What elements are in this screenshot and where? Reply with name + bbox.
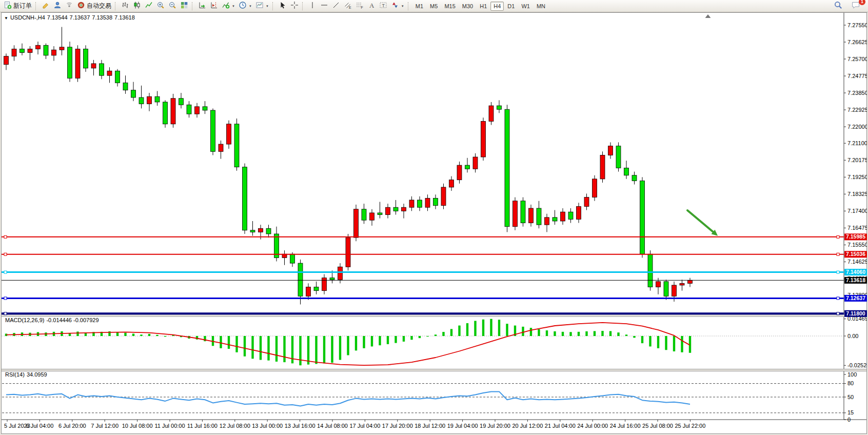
candle[interactable] — [433, 198, 438, 205]
timeframe-button-MN[interactable]: MN — [534, 2, 548, 11]
arrows-button[interactable]: ▼ — [389, 1, 406, 11]
candle[interactable] — [409, 200, 414, 207]
line-handle[interactable] — [837, 271, 839, 273]
trendline-button[interactable] — [330, 1, 342, 11]
text-label-button[interactable]: T — [378, 1, 389, 11]
equidistant-channel-button[interactable]: E — [342, 1, 353, 11]
candle[interactable] — [393, 207, 398, 211]
candle[interactable] — [608, 146, 613, 155]
candle[interactable] — [648, 254, 653, 287]
candle[interactable] — [203, 107, 207, 110]
candle[interactable] — [529, 208, 534, 223]
zoom-in-button[interactable] — [155, 1, 166, 11]
candle[interactable] — [505, 109, 509, 226]
signal-button[interactable] — [64, 1, 75, 11]
templates-button[interactable]: ▼ — [254, 1, 270, 11]
candle[interactable] — [20, 49, 25, 52]
candle[interactable] — [171, 98, 175, 124]
candle[interactable] — [584, 197, 589, 207]
candle[interactable] — [68, 47, 72, 78]
candle[interactable] — [163, 102, 168, 124]
timeframe-button-H4[interactable]: H4 — [490, 2, 504, 11]
quick-trade-toggle-icon[interactable]: ▼ — [4, 16, 8, 21]
candle[interactable] — [688, 280, 693, 283]
candle[interactable] — [306, 287, 311, 296]
candle[interactable] — [139, 97, 144, 104]
candle[interactable] — [44, 45, 48, 55]
crosshair-button[interactable] — [289, 1, 300, 11]
candle[interactable] — [155, 96, 160, 102]
bar-chart-button[interactable] — [120, 1, 131, 11]
candle[interactable] — [338, 267, 343, 280]
candle[interactable] — [91, 64, 96, 68]
line-handle[interactable] — [4, 253, 7, 255]
candle[interactable] — [568, 212, 573, 219]
candle[interactable] — [12, 49, 16, 56]
text-button[interactable]: A — [366, 1, 377, 11]
line-handle[interactable] — [4, 297, 7, 300]
line-handle[interactable] — [837, 253, 839, 255]
candle[interactable] — [195, 107, 200, 114]
candle[interactable] — [370, 213, 374, 220]
timeframe-button-M1[interactable]: M1 — [412, 2, 426, 11]
line-chart-button[interactable] — [143, 1, 154, 11]
timeframe-button-D1[interactable]: D1 — [504, 2, 518, 11]
candle[interactable] — [513, 201, 518, 227]
new-order-button[interactable]: 新订单 — [2, 1, 33, 11]
candle[interactable] — [553, 218, 557, 221]
indicators-button[interactable]: ▼ — [220, 1, 236, 11]
vertical-line-button[interactable] — [307, 1, 318, 11]
candle[interactable] — [354, 209, 359, 238]
tile-windows-button[interactable] — [179, 1, 190, 11]
candle[interactable] — [457, 165, 462, 180]
candle[interactable] — [545, 218, 549, 225]
candle[interactable] — [115, 71, 120, 83]
candle[interactable] — [314, 287, 319, 291]
candle[interactable] — [259, 228, 263, 232]
trader-button[interactable] — [52, 1, 63, 11]
candle[interactable] — [473, 157, 478, 169]
candle[interactable] — [593, 179, 597, 197]
timeframe-button-H1[interactable]: H1 — [477, 2, 490, 11]
line-handle[interactable] — [837, 297, 839, 300]
candle[interactable] — [211, 110, 215, 151]
candle[interactable] — [100, 64, 104, 75]
candle[interactable] — [561, 212, 565, 221]
candle[interactable] — [147, 96, 152, 104]
line-handle[interactable] — [4, 271, 7, 273]
time-axis[interactable]: 5 Jul 20236 Jul 04:006 Jul 20:007 Jul 12… — [4, 420, 705, 429]
candle[interactable] — [290, 254, 295, 263]
candle[interactable] — [346, 238, 350, 267]
candle[interactable] — [418, 200, 422, 207]
chart-shift-button[interactable] — [208, 1, 220, 11]
candle[interactable] — [28, 49, 32, 52]
candle[interactable] — [330, 278, 334, 280]
fibonacci-button[interactable]: F — [354, 1, 365, 11]
candle[interactable] — [465, 165, 470, 169]
candle[interactable] — [227, 124, 231, 144]
candle[interactable] — [298, 263, 303, 296]
candle[interactable] — [36, 45, 41, 49]
candle[interactable] — [656, 282, 661, 287]
candle[interactable] — [402, 207, 406, 211]
candle[interactable] — [219, 144, 223, 151]
arrow-annotation[interactable] — [687, 210, 718, 236]
cursor-button[interactable] — [277, 1, 288, 11]
candle[interactable] — [489, 106, 494, 121]
candle[interactable] — [250, 230, 255, 232]
candle[interactable] — [234, 124, 239, 167]
line-handle[interactable] — [837, 312, 839, 315]
candle[interactable] — [521, 201, 525, 223]
search-button[interactable] — [832, 1, 844, 11]
candlestick-series[interactable] — [4, 27, 693, 305]
candle[interactable] — [449, 180, 454, 187]
auto-scroll-button[interactable] — [196, 1, 208, 11]
candle[interactable] — [672, 285, 677, 296]
candle[interactable] — [497, 106, 502, 109]
timeframe-button-M5[interactable]: M5 — [427, 2, 441, 11]
candle[interactable] — [680, 283, 684, 285]
candle[interactable] — [600, 155, 605, 179]
candle[interactable] — [84, 49, 88, 68]
candle[interactable] — [537, 208, 541, 225]
candle[interactable] — [378, 213, 382, 215]
